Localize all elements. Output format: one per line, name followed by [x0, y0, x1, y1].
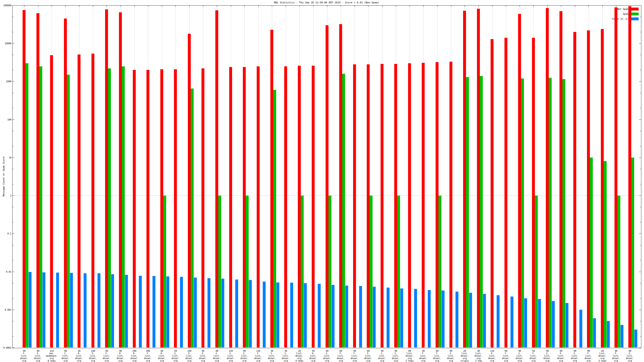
y-tick-minor-right: [640, 93, 641, 93]
x-tick-label-line: list.: [296, 352, 304, 355]
x-tick-label-line: list.: [530, 355, 538, 357]
y-tick-minor-left: [12, 169, 14, 169]
y-tick-minor-left: [12, 55, 14, 55]
y-tick-minor-right: [640, 222, 641, 222]
y-tick-minor-left: [12, 245, 14, 245]
x-tick-label-line: dnswl.: [392, 357, 400, 360]
y-tick-minor-left: [12, 32, 14, 32]
bar-not-spam: [573, 32, 576, 348]
x-tick-label-line: org: [309, 360, 317, 362]
x-tick-label-line: org: [130, 360, 138, 362]
x-tick-label-line: dnswl.: [144, 357, 152, 360]
x-tick-label-line: org: [544, 360, 552, 362]
y-tick-minor-left: [12, 131, 14, 131]
x-tick-label-line: dnswl.: [419, 357, 427, 360]
x-tick-label-line: 8 hops: [46, 360, 58, 362]
x-tick-label: 50Y.list.dnswl.org5 hops: [530, 350, 538, 362]
y-tick-minor-right: [640, 184, 641, 184]
bar-not-spam: [174, 69, 177, 348]
x-tick-label: 200Y.list.dnswl.org1 hop: [144, 350, 152, 362]
x-tick-label-line: 30: [282, 350, 290, 352]
x-tick-label-line: 30: [75, 350, 83, 352]
x-tick-label-line: 90: [116, 350, 124, 352]
x-tick-label-line: dnswl.: [337, 357, 345, 360]
x-tick-label-line: dnswl.: [213, 357, 221, 360]
x-tick-label: 20list.dnswl.orgorigin: [461, 350, 469, 362]
bar-not-spam: [339, 24, 342, 348]
x-tick-label-line: 50: [530, 350, 538, 352]
bar-score: [359, 286, 362, 348]
x-tick-label-line: org: [89, 360, 97, 362]
x-tick-label-line: 2.: [516, 352, 524, 355]
x-tick-label-line: 50: [172, 350, 180, 352]
x-tick-label-line: list.: [254, 355, 262, 357]
y-tick-label: 1000: [1, 80, 12, 83]
bar-spam: [397, 196, 400, 348]
y-tick-major-right: [639, 234, 641, 234]
bar-score: [318, 284, 321, 348]
x-tick-label-line: 30: [419, 350, 427, 352]
y-tick-minor-right: [640, 298, 641, 299]
x-tick-label-line: 90: [544, 350, 552, 352]
x-tick-label-line: 60: [158, 350, 166, 352]
x-tick-label-line: 30: [474, 350, 482, 352]
bar-spam: [342, 74, 345, 348]
x-tick-label-line: 20: [461, 350, 469, 352]
x-tick-label-line: org: [626, 360, 634, 362]
bar-not-spam: [105, 9, 108, 348]
x-tick-label-line: dnswl.: [447, 357, 455, 360]
x-tick-top: [478, 5, 479, 7]
x-tick-label: 903.list.dnswl.org1 hop: [557, 350, 565, 362]
x-tick-label-line: list.: [557, 355, 565, 357]
bar-score: [414, 289, 417, 348]
x-tick-label-line: 40: [20, 350, 28, 352]
x-tick-top: [561, 5, 561, 7]
x-tick-label-line: org: [282, 360, 290, 362]
x-tick-label-line: 2.: [364, 352, 372, 355]
y-tick-label: 100000: [1, 4, 12, 7]
bar-score: [304, 283, 307, 348]
x-tick-label: 20list.dnswl.org4 hops: [296, 350, 304, 362]
x-tick-label-line: 2.: [378, 352, 386, 355]
x-tick-label-line: org: [447, 360, 455, 362]
x-tick-label-line: 3.: [557, 352, 565, 355]
y-tick-label: 0.01: [1, 271, 12, 273]
y-tick-minor-left: [12, 207, 14, 207]
y-tick-minor-right: [640, 32, 641, 32]
bar-spam: [301, 196, 304, 348]
x-tick-label-line: org: [240, 360, 248, 362]
bar-not-spam: [243, 67, 246, 348]
bar-score: [194, 278, 197, 348]
x-tick-label-line: 0.: [158, 352, 166, 355]
x-tick-label: 502.list.dnswl.org2 hops: [172, 350, 180, 362]
x-tick-label-line: 1.: [268, 352, 276, 355]
bar-score: [607, 321, 610, 348]
x-tick-top: [148, 5, 148, 7]
x-tick-label-line: dnswl.: [34, 357, 42, 360]
y-tick-major-right: [639, 310, 641, 310]
x-tick-label-line: org: [62, 360, 70, 362]
y-tick-major-left: [12, 196, 14, 196]
x-tick-label-line: org: [612, 360, 620, 362]
bar-not-spam: [504, 38, 507, 348]
bar-score: [620, 325, 624, 348]
x-tick-label-line: list.: [282, 355, 290, 357]
x-tick-label: 60Y.list.dnswl.org1 hop: [337, 350, 345, 362]
x-tick-label: 00list.dnswl.org5 hops: [406, 350, 414, 362]
x-tick-label-line: org: [350, 360, 359, 362]
bar-not-spam: [50, 55, 53, 348]
bar-score: [497, 295, 500, 348]
x-tick-label-line: list.: [584, 355, 592, 357]
x-tick-label: 602.list.dnswl.org2 hops: [364, 350, 372, 362]
x-tick-label-line: 0.: [130, 352, 138, 355]
x-tick-label-line: 3.: [89, 352, 97, 355]
bar-spam: [163, 196, 166, 348]
bar-not-spam: [628, 6, 631, 348]
y-tick-minor-left: [12, 260, 14, 260]
x-tick-label-line: 0.: [116, 352, 124, 355]
x-tick-top: [396, 5, 396, 7]
bar-score: [70, 273, 73, 348]
bar-not-spam: [601, 29, 604, 348]
bar-spam: [562, 79, 565, 348]
bar-not-spam: [408, 63, 411, 348]
